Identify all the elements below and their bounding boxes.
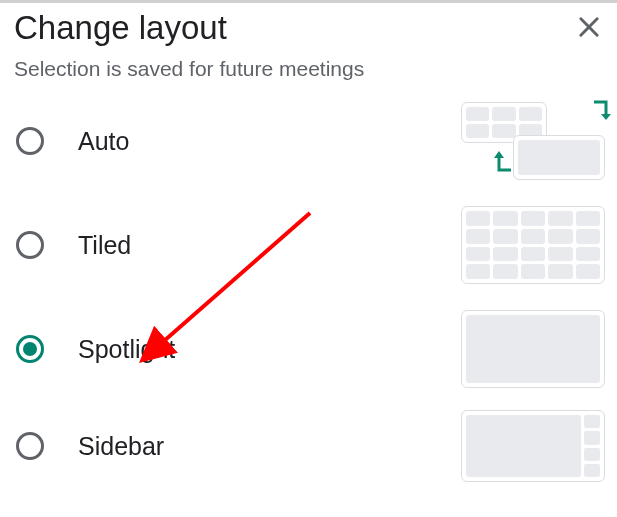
label-sidebar: Sidebar	[78, 432, 164, 461]
dialog-title: Change layout	[14, 9, 227, 47]
label-spotlight: Spotlight	[78, 335, 175, 364]
layout-options: Auto	[0, 89, 617, 491]
thumb-tiled-icon	[461, 206, 605, 284]
thumb-auto-icon	[461, 102, 605, 180]
label-tiled: Tiled	[78, 231, 131, 260]
thumb-sidebar-icon	[461, 410, 605, 482]
radio-spotlight[interactable]	[16, 335, 44, 363]
radio-auto[interactable]	[16, 127, 44, 155]
layout-option-tiled[interactable]: Tiled	[10, 193, 609, 297]
layout-option-spotlight[interactable]: Spotlight	[10, 297, 609, 401]
label-auto: Auto	[78, 127, 129, 156]
layout-option-sidebar[interactable]: Sidebar	[10, 401, 609, 491]
close-icon	[575, 13, 603, 41]
thumb-spotlight-icon	[461, 310, 605, 388]
radio-tiled[interactable]	[16, 231, 44, 259]
radio-sidebar[interactable]	[16, 432, 44, 460]
dialog-subtitle: Selection is saved for future meetings	[0, 47, 617, 89]
close-button[interactable]	[575, 13, 603, 41]
layout-option-auto[interactable]: Auto	[10, 89, 609, 193]
